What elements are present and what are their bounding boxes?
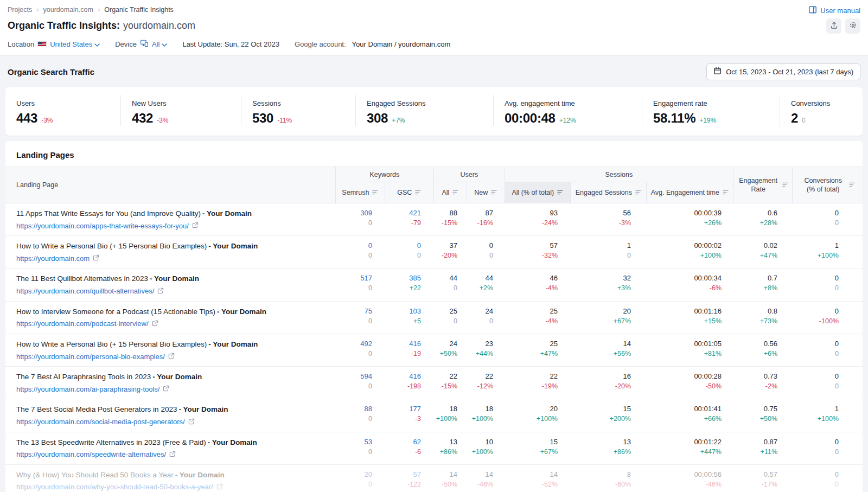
- external-link-icon[interactable]: [168, 352, 175, 361]
- semrush-keywords-value[interactable]: 75: [336, 307, 372, 315]
- column-engagement-rate[interactable]: Engagement Rate: [733, 167, 793, 203]
- gsc-keywords-value[interactable]: 416: [385, 340, 421, 348]
- page-header: Projects › yourdomain.com › Organic Traf…: [0, 0, 868, 56]
- metric-delta: +19%: [699, 117, 716, 124]
- landing-page-url-link[interactable]: https://yourdomain.com/podcast-interview…: [16, 320, 149, 328]
- column-semrush[interactable]: Semrush: [336, 182, 385, 203]
- engaged-sessions-value: 56: [570, 209, 631, 217]
- metric-new-users: New Users 432-3%: [120, 95, 241, 126]
- conversions-cell: 1 +100%: [792, 241, 863, 263]
- sort-icon: [635, 189, 641, 196]
- conversions-value: 0: [792, 470, 839, 478]
- breadcrumb-separator: ›: [98, 5, 100, 14]
- user-manual-link[interactable]: User manual: [808, 5, 860, 16]
- location-filter[interactable]: Location United States: [8, 40, 100, 48]
- semrush-keywords-value[interactable]: 594: [336, 372, 372, 380]
- external-link-icon[interactable]: [169, 450, 176, 459]
- conversions-cell: 0 0: [792, 274, 863, 296]
- external-link-icon[interactable]: [157, 286, 164, 296]
- semrush-keywords-delta: 0: [336, 284, 372, 292]
- gsc-keywords-value[interactable]: 62: [385, 438, 421, 446]
- breadcrumb-projects[interactable]: Projects: [8, 6, 32, 14]
- external-link-icon[interactable]: [192, 221, 199, 231]
- semrush-keywords-value[interactable]: 20: [336, 470, 372, 478]
- settings-button[interactable]: [845, 18, 860, 34]
- users-new-cell: 22 -12%: [467, 372, 505, 394]
- metric-delta: +12%: [559, 117, 576, 124]
- external-link-icon[interactable]: [216, 482, 223, 492]
- sort-icon: [491, 189, 497, 196]
- semrush-keywords-value[interactable]: 53: [336, 438, 372, 446]
- avg-engagement-time-value: 00:01:22: [646, 438, 722, 446]
- conversions-value: 0: [792, 340, 839, 348]
- engagement-rate-value: 0.56: [732, 340, 777, 348]
- landing-page-url-link[interactable]: https://yourdomain.com/speedwrite-altern…: [16, 450, 166, 458]
- avg-engagement-time-value: 00:00:34: [646, 274, 722, 282]
- sessions-all-value: 25: [505, 340, 558, 348]
- landing-page-url-link[interactable]: https://yourdomain.com/why-you-should-re…: [16, 483, 213, 491]
- column-gsc[interactable]: GSC: [385, 182, 433, 203]
- table-row: The 7 Best AI Paraphrasing Tools in 2023…: [5, 367, 863, 399]
- semrush-keywords-value[interactable]: 88: [336, 405, 372, 413]
- column-engaged-sessions[interactable]: Engaged Sessions: [570, 182, 646, 203]
- engagement-rate-delta: +28%: [732, 219, 777, 227]
- engaged-sessions-value: 16: [570, 372, 631, 380]
- gsc-keywords-cell: 177 -3: [385, 405, 434, 426]
- semrush-keywords-value[interactable]: 309: [336, 209, 372, 217]
- gsc-keywords-value[interactable]: 385: [385, 274, 421, 282]
- users-all-value: 25: [434, 307, 457, 315]
- table-row: How to Write a Personal Bio (+ 15 Person…: [5, 236, 863, 269]
- landing-page-url-link[interactable]: https://yourdomain.com/ai-paraphrasing-t…: [16, 385, 159, 393]
- metric-value: 58.11%: [653, 111, 695, 126]
- users-all-delta: +86%: [434, 448, 457, 456]
- column-users-new[interactable]: New: [467, 182, 505, 203]
- users-all-delta: 0: [434, 317, 457, 325]
- semrush-keywords-value[interactable]: 517: [336, 274, 372, 282]
- users-new-cell: 14 -46%: [467, 470, 505, 492]
- sessions-all-value: 14: [505, 470, 558, 478]
- column-avg-engagement-time[interactable]: Avg. Engagement time: [646, 182, 733, 203]
- gsc-keywords-value[interactable]: 177: [385, 405, 421, 413]
- landing-page-cell: How to Write a Personal Bio (+ 15 Person…: [5, 340, 336, 361]
- gsc-keywords-value[interactable]: 0: [385, 241, 421, 250]
- semrush-keywords-value[interactable]: 492: [336, 340, 372, 348]
- devices-icon: [140, 39, 149, 49]
- users-all-delta: -50%: [434, 481, 457, 488]
- landing-page-url-link[interactable]: https://yourdomain.com/quillbot-alternat…: [16, 287, 154, 295]
- semrush-keywords-value[interactable]: 0: [336, 241, 372, 250]
- landing-page-url-link[interactable]: https://yourdomain.com/apps-that-write-e…: [16, 222, 189, 230]
- gsc-keywords-value[interactable]: 416: [385, 372, 421, 380]
- engaged-sessions-value: 14: [570, 340, 631, 348]
- conversions-cell: 0 0: [792, 470, 863, 492]
- external-link-icon[interactable]: [163, 384, 169, 394]
- breadcrumb-domain[interactable]: yourdomain.com: [43, 6, 93, 14]
- gsc-keywords-value[interactable]: 421: [385, 209, 421, 217]
- device-filter[interactable]: Device All: [115, 39, 167, 49]
- gsc-keywords-value[interactable]: 57: [385, 470, 421, 478]
- engagement-rate-cell: 0.7 +8%: [732, 274, 792, 296]
- conversions-cell: 0 0: [792, 209, 863, 231]
- avg-engagement-time-delta: +26%: [646, 219, 722, 227]
- us-flag-icon: [37, 41, 47, 47]
- avg-engagement-time-value: 00:00:28: [646, 372, 722, 380]
- landing-page-url-link[interactable]: https://yourdomain.com/personal-bio-exam…: [16, 353, 165, 361]
- landing-page-url-link[interactable]: https://yourdomain.com: [16, 254, 90, 263]
- users-all-cell: 18 +100%: [434, 405, 467, 426]
- landing-page-url-link[interactable]: https://yourdomain.com/social-media-post…: [16, 418, 185, 426]
- engaged-sessions-cell: 15 +200%: [570, 405, 646, 426]
- engagement-rate-cell: 0.02 +47%: [732, 241, 792, 263]
- external-link-icon[interactable]: [152, 319, 158, 329]
- external-link-icon[interactable]: [93, 253, 99, 263]
- gsc-keywords-value[interactable]: 103: [385, 307, 421, 315]
- users-all-value: 13: [434, 438, 457, 446]
- column-conversions[interactable]: Conversions (% of total): [792, 167, 863, 203]
- engaged-sessions-value: 13: [570, 438, 631, 446]
- date-range-picker[interactable]: Oct 15, 2023 - Oct 21, 2023 (last 7 days…: [706, 63, 860, 80]
- external-link-icon[interactable]: [188, 417, 195, 427]
- column-users-all[interactable]: All: [434, 182, 467, 203]
- gsc-keywords-cell: 57 -122: [385, 470, 434, 492]
- avg-engagement-time-cell: 00:01:22 +447%: [646, 438, 732, 459]
- column-sessions-all[interactable]: All (% of total): [505, 182, 570, 203]
- export-button[interactable]: [826, 18, 841, 34]
- avg-engagement-time-delta: -50%: [646, 382, 722, 390]
